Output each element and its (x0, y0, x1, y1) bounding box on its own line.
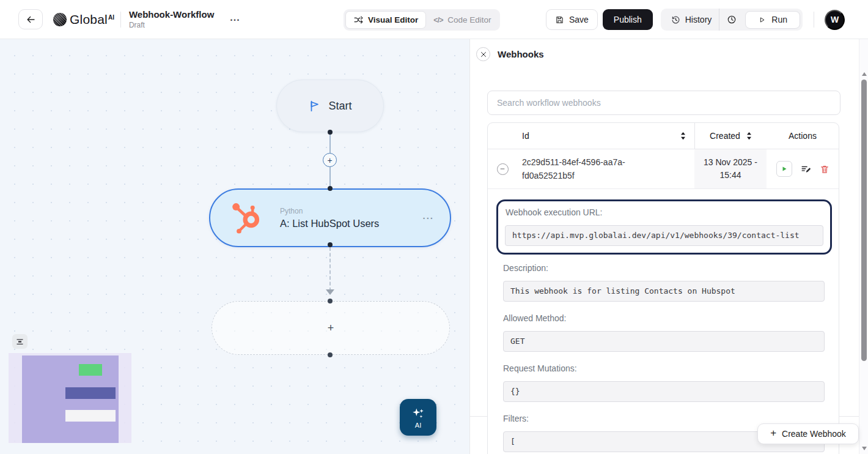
play-icon (781, 165, 788, 173)
webhook-url-field[interactable]: https://api.mvp.globalai.dev/api/v1/webh… (505, 225, 823, 246)
minimap-python-node (65, 387, 116, 399)
topbar: Global AI Webhook-Workflow Draft ... Vis… (0, 0, 868, 39)
divider (814, 12, 814, 28)
user-avatar[interactable]: W (825, 10, 845, 30)
globalai-logo-icon (53, 13, 67, 26)
python-node[interactable]: Python A: List HubSpot Users ... (209, 188, 451, 247)
hubspot-icon (230, 200, 265, 236)
add-node-on-edge-button[interactable]: + (323, 153, 337, 167)
start-node-label: Start (328, 100, 351, 113)
flag-icon (308, 99, 322, 113)
webhooks-table: Id Created Actions (487, 122, 839, 454)
plus-icon: + (770, 427, 776, 439)
webhook-actions-cell (767, 149, 839, 188)
webhook-created-cell: 13 Nov 2025 - 15:44 (694, 149, 767, 188)
back-arrow-icon (25, 14, 36, 25)
scroll-down-arrow-icon[interactable] (862, 447, 867, 450)
method-field[interactable]: GET (503, 331, 825, 352)
description-field[interactable]: This webhook is for listing Contacts on … (503, 281, 825, 302)
brand-logo: Global AI (53, 12, 114, 27)
scroll-up-arrow-icon[interactable] (862, 72, 867, 76)
fit-view-icon (15, 337, 24, 346)
workflow-title: Webhook-Workflow (129, 9, 214, 20)
minimap-placeholder-node (65, 410, 116, 422)
created-header-label: Created (710, 131, 740, 141)
placeholder-node[interactable]: + (211, 301, 450, 355)
workflow-meta: Webhook-Workflow Draft (129, 9, 214, 29)
history-button[interactable]: History (663, 9, 719, 31)
minimap-start-node (79, 364, 102, 376)
connector-dot (328, 186, 333, 191)
save-button[interactable]: Save (546, 9, 598, 30)
run-label: Run (771, 15, 787, 24)
app-root: Global AI Webhook-Workflow Draft ... Vis… (0, 0, 868, 454)
run-group: History Run (661, 9, 803, 31)
topbar-actions: Save Publish History Run W (546, 0, 845, 39)
sparkles-icon (410, 406, 426, 421)
start-node[interactable]: Start (276, 80, 384, 132)
connector-dot (328, 130, 333, 135)
run-button[interactable]: Run (745, 11, 800, 29)
connector-dot (328, 352, 333, 357)
schedule-clock-button[interactable] (719, 9, 744, 31)
placeholder-plus-icon: + (328, 322, 334, 335)
sort-icon[interactable] (680, 132, 686, 140)
edge-python-to-placeholder (329, 247, 331, 291)
panel-scrollbar[interactable] (859, 39, 868, 454)
search-input[interactable] (487, 91, 840, 115)
close-panel-button[interactable] (476, 47, 490, 61)
webhook-url-highlight: Webhook execution URL: https://api.mvp.g… (496, 199, 832, 255)
code-editor-label: Code Editor (447, 15, 491, 24)
run-webhook-button[interactable] (776, 161, 792, 177)
visual-editor-label: Visual Editor (368, 15, 418, 24)
ai-button-label: AI (415, 422, 421, 429)
python-node-text: Python A: List HubSpot Users (280, 207, 379, 229)
create-webhook-label: Create Webhook (782, 429, 846, 439)
table-row: 2c29d511-84ef-4596-aa7a-fd0a52521b5f 13 … (488, 149, 839, 189)
ai-assistant-button[interactable]: AI (400, 399, 436, 436)
play-outline-icon (758, 16, 766, 24)
sort-icon[interactable] (746, 132, 752, 140)
panel-title: Webhooks (498, 49, 544, 59)
column-header-actions: Actions (767, 131, 839, 141)
save-icon (555, 15, 564, 24)
publish-button[interactable]: Publish (603, 9, 653, 30)
collapse-row-button[interactable] (497, 163, 509, 175)
workflow-status: Draft (129, 21, 214, 29)
trash-icon (820, 164, 829, 174)
workflow-canvas[interactable]: Start + Python A: List HubSpot Users ...… (0, 39, 469, 454)
code-icon: </> (433, 16, 443, 24)
editor-mode-toggle: Visual Editor </> Code Editor (344, 9, 500, 31)
method-label: Allowed Method: (503, 313, 825, 323)
column-header-id[interactable]: Id (517, 123, 694, 149)
webhook-id: 2c29d511-84ef-4596-aa7a-fd0a52521b5f (522, 155, 644, 182)
edit-webhook-button[interactable] (800, 163, 812, 175)
brand-suffix: AI (108, 14, 114, 21)
mutations-label: Request Mutations: (503, 363, 825, 373)
id-header-label: Id (522, 131, 529, 141)
minimap[interactable] (9, 353, 131, 443)
connector-dot (328, 299, 333, 303)
create-webhook-button[interactable]: + Create Webhook (757, 423, 859, 444)
workflow-icon (353, 15, 364, 25)
more-options-button[interactable]: ... (230, 12, 240, 23)
fit-view-button[interactable] (12, 334, 28, 349)
node-more-button[interactable]: ... (422, 210, 434, 221)
scrollbar-thumb[interactable] (861, 80, 867, 361)
history-label: History (685, 15, 712, 24)
tab-visual-editor[interactable]: Visual Editor (345, 11, 426, 29)
delete-webhook-button[interactable] (820, 164, 829, 174)
brand-name: Global (70, 12, 108, 27)
mutations-field[interactable]: {} (503, 381, 825, 402)
row-toggle-cell (488, 149, 517, 188)
webhook-id-cell: 2c29d511-84ef-4596-aa7a-fd0a52521b5f (517, 149, 694, 188)
tab-code-editor[interactable]: </> Code Editor (426, 11, 498, 29)
table-header: Id Created Actions (488, 123, 839, 149)
description-label: Description: (503, 263, 825, 273)
back-button[interactable] (18, 9, 43, 29)
column-header-created[interactable]: Created (694, 123, 767, 149)
edge-arrowhead-icon (326, 289, 334, 295)
minus-icon (499, 166, 506, 172)
clock-icon (726, 14, 737, 25)
history-icon (671, 15, 681, 25)
